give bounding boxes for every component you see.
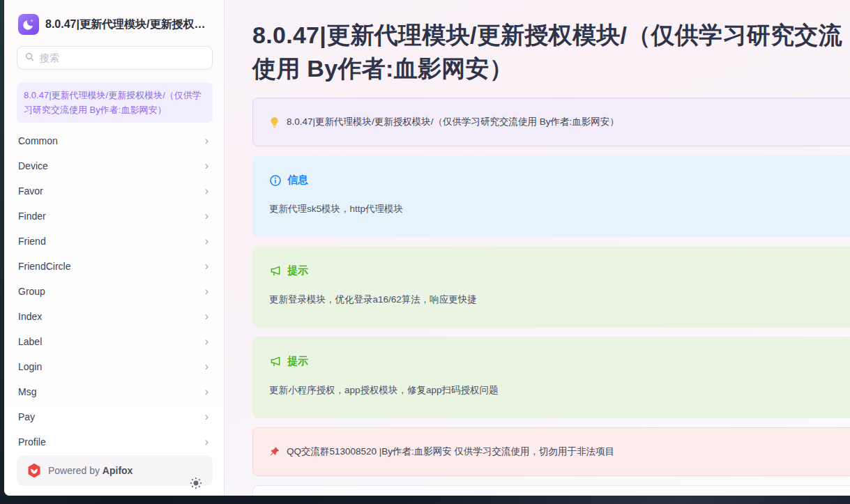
sidebar-item-current-doc[interactable]: 8.0.47|更新代理模块/更新授权模块/（仅供学习研究交流使用 By作者:血影… (17, 82, 213, 123)
chevron-right-icon: › (205, 135, 208, 146)
sidebar-item-device[interactable]: Device › (17, 153, 213, 178)
sidebar-item-label: Login (18, 361, 42, 372)
powered-by-text: Powered by (48, 465, 100, 476)
sidebar-item-common[interactable]: Common › (17, 128, 213, 153)
callout-list: 8.0.47|更新代理模块/更新授权模块/（仅供学习研究交流使用 By作者:血影… (252, 98, 850, 496)
sidebar-item-label: Pay (18, 411, 35, 422)
sidebar-doc-title: 8.0.47|更新代理模块/更新授权模块/（仅供学习研究交流使用 By作者:血影… (45, 17, 211, 32)
sidebar-item-favor[interactable]: Favor › (17, 178, 213, 204)
search-icon (24, 52, 35, 65)
sidebar-item-label: Group (18, 286, 45, 297)
app-logo-home-link[interactable]: 8.0.47|更新代理模块/更新授权模块/（仅供学习研究交流使用 By作者:血影… (17, 13, 213, 35)
chevron-right-icon: › (205, 336, 208, 347)
chevron-right-icon: › (205, 311, 208, 322)
sidebar-item-label: Profile (18, 436, 46, 448)
banner-text: 8.0.47|更新代理模块/更新授权模块/（仅供学习研究交流使用 By作者:血影… (287, 115, 619, 129)
chevron-right-icon: › (205, 261, 208, 272)
sidebar-item-label: FriendCircle (18, 261, 70, 272)
sidebar-item-label: Finder (18, 211, 46, 222)
main-content: 8.0.47|更新代理模块/更新授权模块/（仅供学习研究交流使用 By作者:血影… (225, 0, 850, 496)
sidebar-item-label: Friend (18, 236, 46, 247)
sidebar-item-login[interactable]: Login › (17, 354, 213, 379)
callout-body: 更新登录模块，优化登录a16/62算法，响应更快捷 (269, 293, 843, 307)
warning-text: QQ交流群513008520 |By作者:血影网安 仅供学习交流使用，切勿用于非… (287, 445, 614, 459)
callout-body: 更新代理sk5模块，http代理模块 (269, 202, 843, 216)
chevron-right-icon: › (205, 211, 208, 222)
chevron-right-icon: › (205, 286, 208, 297)
sidebar-item-label: Common (18, 135, 58, 146)
callout-info: 信息 更新代理sk5模块，http代理模块 (252, 155, 850, 237)
page-title: 8.0.47|更新代理模块/更新授权模块/（仅供学习研究交流使用 By作者:血影… (252, 18, 850, 85)
sidebar-item-pay[interactable]: Pay › (17, 404, 213, 429)
sidebar-item-label: Msg (18, 386, 36, 397)
callout-info-header: 信息 (269, 174, 843, 187)
apifox-logo-icon (26, 463, 42, 478)
sidebar-item-friend[interactable]: Friend › (17, 229, 213, 254)
search-input[interactable] (40, 52, 205, 63)
sidebar-item-friendcircle[interactable]: FriendCircle › (17, 254, 213, 279)
sidebar-nav: Common › Device › Favor › Finder › Frien… (17, 128, 213, 455)
lightbulb-icon (268, 116, 280, 128)
chevron-right-icon: › (205, 236, 208, 247)
megaphone-icon (269, 265, 282, 277)
sidebar-item-label: Device (18, 160, 48, 171)
chevron-right-icon: › (205, 160, 208, 171)
app-window: 8.0.47|更新代理模块/更新授权模块/（仅供学习研究交流使用 By作者:血影… (4, 0, 850, 496)
sidebar-item-label-section[interactable]: Label › (17, 329, 213, 354)
chevron-right-icon: › (205, 436, 208, 448)
moon-logo-icon (18, 14, 39, 35)
callout-version-banner: 8.0.47|更新代理模块/更新授权模块/（仅供学习研究交流使用 By作者:血影… (252, 98, 850, 146)
sidebar-item-group[interactable]: Group › (17, 279, 213, 304)
sidebar: 8.0.47|更新代理模块/更新授权模块/（仅供学习研究交流使用 By作者:血影… (4, 0, 225, 496)
callout-heading: 提示 (287, 264, 308, 277)
sidebar-item-finder[interactable]: Finder › (17, 204, 213, 229)
chevron-right-icon: › (205, 361, 208, 372)
callout-warning: QQ交流群513008520 |By作者:血影网安 仅供学习交流使用，切勿用于非… (252, 427, 850, 476)
chevron-right-icon: › (205, 386, 208, 397)
chevron-right-icon: › (205, 185, 208, 197)
callout-heading: 信息 (287, 174, 308, 187)
sidebar-item-index[interactable]: Index › (17, 304, 213, 329)
sidebar-item-msg[interactable]: Msg › (17, 379, 213, 404)
callout-disclaimer: 该接口仅供用于服务测试研究使用，参与非法使用的一切问题与本人无关！后果自行承担！ (252, 485, 850, 496)
sidebar-item-label: Favor (18, 185, 43, 197)
sidebar-footer: Powered by Apifox (17, 455, 213, 486)
callout-tip-1: 提示 更新登录模块，优化登录a16/62算法，响应更快捷 (252, 246, 850, 328)
callout-tip-header: 提示 (269, 355, 843, 368)
sidebar-item-profile[interactable]: Profile › (17, 429, 213, 455)
search-box[interactable] (17, 46, 213, 70)
callout-tip-header: 提示 (269, 264, 843, 277)
sidebar-item-label: Label (18, 336, 42, 347)
chevron-right-icon: › (205, 411, 208, 422)
powered-by-apifox-link[interactable]: Powered by Apifox (48, 465, 183, 476)
megaphone-icon (269, 356, 282, 368)
pushpin-icon (268, 446, 280, 458)
theme-toggle-sun-icon[interactable] (189, 464, 203, 478)
callout-tip-2: 提示 更新小程序授权，app授权模块，修复app扫码授权问题 (252, 337, 850, 418)
apifox-brand-text: Apifox (103, 465, 133, 476)
sidebar-item-label: Index (18, 311, 42, 322)
callout-body: 更新小程序授权，app授权模块，修复app扫码授权问题 (269, 383, 843, 397)
info-circle-icon (269, 174, 282, 187)
callout-heading: 提示 (287, 355, 308, 368)
